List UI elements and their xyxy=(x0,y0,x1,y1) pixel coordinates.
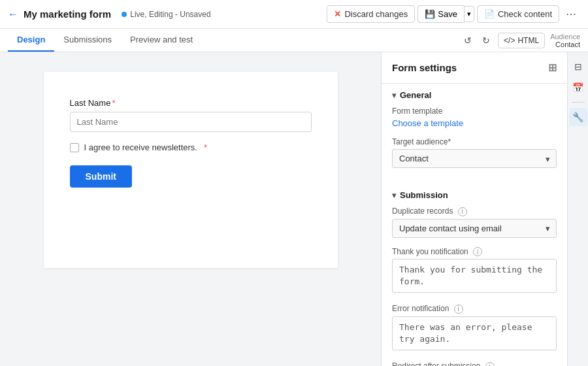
duplicate-records-select-wrapper: Update contact using email xyxy=(392,219,557,238)
audience-info: Audience Contact xyxy=(550,33,580,48)
redirect-group: Redirect after submission i Off xyxy=(392,361,557,366)
navtabs-right: ↺ ↻ </> HTML Audience Contact xyxy=(461,33,580,48)
check-content-button[interactable]: 📄 Check content xyxy=(477,5,559,23)
tab-preview[interactable]: Preview and test xyxy=(121,29,202,52)
topbar-actions: ✕ Discard changes 💾 Save ▾ 📄 Check conte… xyxy=(327,5,580,24)
general-section-content: Form template Choose a template Target a… xyxy=(382,104,567,184)
sidebar-icon-settings[interactable]: 🔧 xyxy=(569,108,587,126)
more-button[interactable]: ⋯ xyxy=(562,5,580,24)
html-label: HTML xyxy=(517,36,539,45)
save-icon: 💾 xyxy=(425,9,435,19)
checkbox-label: I agree to receive newsletters. xyxy=(84,142,197,152)
tab-submissions[interactable]: Submissions xyxy=(54,29,121,52)
form-template-group: Form template Choose a template xyxy=(392,107,557,128)
sidebar-icon-layout[interactable]: ⊟ xyxy=(569,58,587,76)
save-button[interactable]: 💾 Save xyxy=(417,5,464,23)
back-button[interactable]: ← xyxy=(8,8,18,20)
submission-section-header[interactable]: ▾ Submission xyxy=(382,184,567,204)
grid-icon[interactable]: ⊞ xyxy=(548,61,557,74)
html-icon: </> xyxy=(504,36,515,45)
topbar-left: ← My marketing form Live, Editing - Unsa… xyxy=(8,8,320,20)
right-sidebar: ⊟ 📅 🔧 xyxy=(567,52,588,366)
target-audience-select-wrapper: Contact xyxy=(392,149,557,168)
canvas-area: Last Name* I agree to receive newsletter… xyxy=(0,52,381,366)
save-dropdown-button[interactable]: ▾ xyxy=(464,6,474,22)
choose-template-link[interactable]: Choose a template xyxy=(392,118,463,128)
undo-button[interactable]: ↺ xyxy=(461,33,474,48)
redirect-label: Redirect after submission i xyxy=(392,361,557,366)
general-section-header[interactable]: ▾ General xyxy=(382,84,567,104)
error-notification-label: Error notification i xyxy=(392,304,557,314)
redo-button[interactable]: ↻ xyxy=(480,33,493,48)
last-name-input[interactable] xyxy=(70,112,312,132)
page-title: My marketing form xyxy=(24,8,111,20)
topbar: ← My marketing form Live, Editing - Unsa… xyxy=(0,0,588,29)
error-info-icon[interactable]: i xyxy=(454,305,463,314)
save-label: Save xyxy=(438,9,457,19)
general-chevron-icon: ▾ xyxy=(392,91,396,100)
target-audience-select[interactable]: Contact xyxy=(392,149,557,168)
settings-title: Form settings xyxy=(392,62,457,73)
error-notification-group: Error notification i There was an error,… xyxy=(392,304,557,352)
checkbox-required-star: * xyxy=(204,142,207,152)
duplicate-records-group: Duplicate records i Update contact using… xyxy=(392,207,557,238)
save-split: 💾 Save ▾ xyxy=(417,5,474,23)
general-label: General xyxy=(400,90,431,100)
x-icon: ✕ xyxy=(334,9,341,19)
submit-button[interactable]: Submit xyxy=(70,165,132,188)
navtabs-left: Design Submissions Preview and test xyxy=(8,29,202,52)
submission-label: Submission xyxy=(400,190,448,200)
thank-you-label: Thank you notification i xyxy=(392,247,557,257)
redirect-info-icon[interactable]: i xyxy=(485,362,495,366)
check-content-label: Check content xyxy=(498,9,552,19)
status-badge: Live, Editing - Unsaved xyxy=(122,10,210,19)
last-name-label: Last Name* xyxy=(70,98,312,108)
right-panel: Form settings ⊞ ▾ General Form template … xyxy=(381,52,567,366)
target-audience-label: Target audience* xyxy=(392,137,557,146)
discard-button[interactable]: ✕ Discard changes xyxy=(327,5,415,23)
html-button[interactable]: </> HTML xyxy=(498,33,545,48)
target-audience-group: Target audience* Contact xyxy=(392,137,557,168)
required-star: * xyxy=(112,98,115,108)
form-canvas: Last Name* I agree to receive newsletter… xyxy=(44,72,338,268)
navtabs: Design Submissions Preview and test ↺ ↻ … xyxy=(0,29,588,52)
sidebar-icon-calendar[interactable]: 📅 xyxy=(569,78,587,97)
audience-label: Audience xyxy=(550,33,580,41)
status-text: Live, Editing - Unsaved xyxy=(130,10,210,19)
submission-chevron-icon: ▾ xyxy=(392,191,396,200)
newsletter-checkbox[interactable] xyxy=(70,143,79,152)
checkbox-row: I agree to receive newsletters. * xyxy=(70,142,312,152)
thank-you-textarea[interactable]: Thank you for submitting the form. xyxy=(392,259,557,293)
duplicate-records-select[interactable]: Update contact using email xyxy=(392,219,557,238)
submission-section-content: Duplicate records i Update contact using… xyxy=(382,204,567,366)
settings-header: Form settings ⊞ xyxy=(382,52,567,84)
thank-you-group: Thank you notification i Thank you for s… xyxy=(392,247,557,295)
sidebar-divider xyxy=(572,102,585,103)
duplicate-records-label: Duplicate records i xyxy=(392,207,557,216)
tab-design[interactable]: Design xyxy=(8,29,54,52)
form-template-label: Form template xyxy=(392,107,557,116)
main-layout: Last Name* I agree to receive newsletter… xyxy=(0,52,588,366)
audience-value: Contact xyxy=(555,41,580,48)
duplicate-info-icon[interactable]: i xyxy=(458,207,467,216)
status-dot xyxy=(122,12,127,17)
thank-you-info-icon[interactable]: i xyxy=(473,247,482,256)
discard-label: Discard changes xyxy=(344,9,408,19)
error-notification-textarea[interactable]: There was an error, please try again. xyxy=(392,316,557,350)
check-icon: 📄 xyxy=(484,9,495,19)
